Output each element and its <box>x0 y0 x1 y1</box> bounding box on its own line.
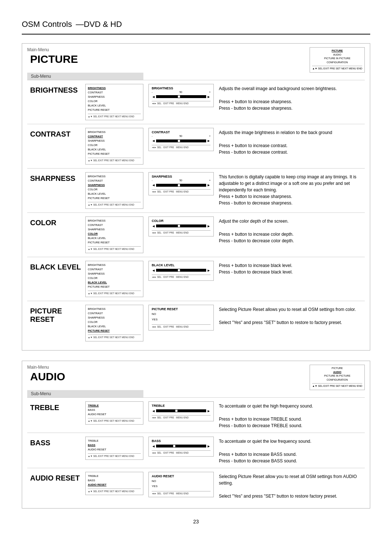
sharpness-display: SHARPNESS -50+ ◄ ► ◄► SEL EXIT PRE MENU … <box>148 172 214 195</box>
treble-desc: To accentuate or quiet the high frequenc… <box>219 401 365 429</box>
picture-reset-desc: Selecting Picture Reset allows you to re… <box>219 305 365 326</box>
audio-top-right-menu: PICTURE AUDIO PICTURE IN PICTURE CONFIGU… <box>310 365 365 390</box>
contrast-submenu: BRIGHTNESS CONTRAST SHARPNESS COLOR BLAC… <box>85 128 143 165</box>
black-level-label: BLACK LEVEL <box>27 261 85 271</box>
color-desc: Adjust the color depth of the screen. Pr… <box>219 216 365 244</box>
sharpness-label: SHARPNESS <box>27 172 85 183</box>
audio-reset-label: AUDIO RESET <box>27 472 85 482</box>
table-row: BASS TREBLE BASS AUDIO RESET ▲▼ SEL EXIT… <box>27 433 365 468</box>
bass-submenu: TREBLE BASS AUDIO RESET ▲▼ SEL EXIT PRE … <box>85 437 143 460</box>
table-row: TREBLE TREBLE BASS AUDIO RESET ▲▼ SEL EX… <box>27 397 365 433</box>
contrast-display: CONTRAST -50+ ◄ ► ◄► SEL EXIT PRE MENU E… <box>148 128 214 151</box>
treble-display: TREBLE ◄ ► ◄► SEL EXIT PRE MENU END <box>148 401 214 421</box>
picture-rows: BRIGHTNESS BRIGHTNESS CONTRAST SHARPNESS… <box>27 80 365 345</box>
sharpness-submenu: BRIGHTNESS CONTRAST SHARPNESS COLOR BLAC… <box>85 172 143 209</box>
bass-desc: To accentuate or quiet the low frequency… <box>219 437 365 464</box>
contrast-label: CONTRAST <box>27 128 85 138</box>
bass-display: BASS ◄ ► ◄► SEL EXIT PRE MENU END <box>148 437 214 457</box>
table-row: PICTURE RESET BRIGHTNESS CONTRAST SHARPN… <box>27 301 365 345</box>
picture-reset-label: PICTURE RESET <box>27 305 85 324</box>
main-menu-label-picture: Main-Menu <box>27 47 78 52</box>
table-row: BRIGHTNESS BRIGHTNESS CONTRAST SHARPNESS… <box>27 80 365 124</box>
picture-sub-menu-bar: Sub-Menu <box>27 73 143 80</box>
page-number: 23 <box>22 519 370 524</box>
brightness-desc: Adjusts the overall image and background… <box>219 84 365 112</box>
audio-reset-submenu: TREBLE BASS AUDIO RESET ▲▼ SEL EXIT PRE … <box>85 472 143 495</box>
picture-reset-submenu: BRIGHTNESS CONTRAST SHARPNESS COLOR BLAC… <box>85 305 143 341</box>
black-level-submenu: BRIGHTNESS CONTRAST SHARPNESS COLOR BLAC… <box>85 261 143 297</box>
audio-heading: AUDIO <box>27 370 65 383</box>
main-menu-label-audio: Main-Menu <box>27 365 65 370</box>
contrast-desc: Adjusts the image brightness in relation… <box>219 128 365 155</box>
picture-section: Main-Menu PICTURE PICTURE AUDIO PICTURE … <box>22 43 370 351</box>
sharpness-desc: This function is digitally capable to ke… <box>219 172 365 206</box>
audio-reset-display: AUDIO RESET NO YES ◄► SEL EXIT PRE MENU … <box>148 472 214 498</box>
page-title: OSM Controls —DVD & HD <box>22 15 370 35</box>
color-label: COLOR <box>27 216 85 227</box>
brightness-display: BRIGHTNESS -50+ ◄ ► ◄► SEL EXIT PRE MENU… <box>148 84 214 107</box>
bass-label: BASS <box>27 437 85 447</box>
audio-rows: TREBLE TREBLE BASS AUDIO RESET ▲▼ SEL EX… <box>27 397 365 503</box>
brightness-submenu: BRIGHTNESS CONTRAST SHARPNESS COLOR BLAC… <box>85 84 143 121</box>
audio-section: Main-Menu AUDIO PICTURE AUDIO PICTURE IN… <box>22 361 370 509</box>
color-display: COLOR ◄ ► ◄► SEL EXIT PRE MENU END <box>148 216 214 236</box>
table-row: SHARPNESS BRIGHTNESS CONTRAST SHARPNESS … <box>27 168 365 212</box>
table-row: COLOR BRIGHTNESS CONTRAST SHARPNESS COLO… <box>27 212 365 257</box>
black-level-desc: Press + button to increase black level. … <box>219 261 365 275</box>
audio-reset-desc: Selecting Picture Reset allow you to res… <box>219 472 365 499</box>
table-row: AUDIO RESET TREBLE BASS AUDIO RESET ▲▼ S… <box>27 468 365 503</box>
picture-heading: PICTURE <box>27 53 78 65</box>
black-level-display: BLACK LEVEL ◄ ► ◄► SEL EXIT PRE MENU END <box>148 261 214 281</box>
picture-top-right-menu: PICTURE AUDIO PICTURE IN PICTURE CONFIGU… <box>310 47 365 73</box>
color-submenu: BRIGHTNESS CONTRAST SHARPNESS COLOR BLAC… <box>85 216 143 253</box>
brightness-label: BRIGHTNESS <box>27 84 85 94</box>
table-row: CONTRAST BRIGHTNESS CONTRAST SHARPNESS C… <box>27 124 365 168</box>
treble-label: TREBLE <box>27 401 85 412</box>
treble-submenu: TREBLE BASS AUDIO RESET ▲▼ SEL EXIT PRE … <box>85 401 143 425</box>
picture-reset-display: PICTURE RESET NO YES ◄► SEL EXIT PRE MEN… <box>148 305 214 331</box>
audio-sub-menu-bar: Sub-Menu <box>27 390 143 397</box>
table-row: BLACK LEVEL BRIGHTNESS CONTRAST SHARPNES… <box>27 257 365 301</box>
